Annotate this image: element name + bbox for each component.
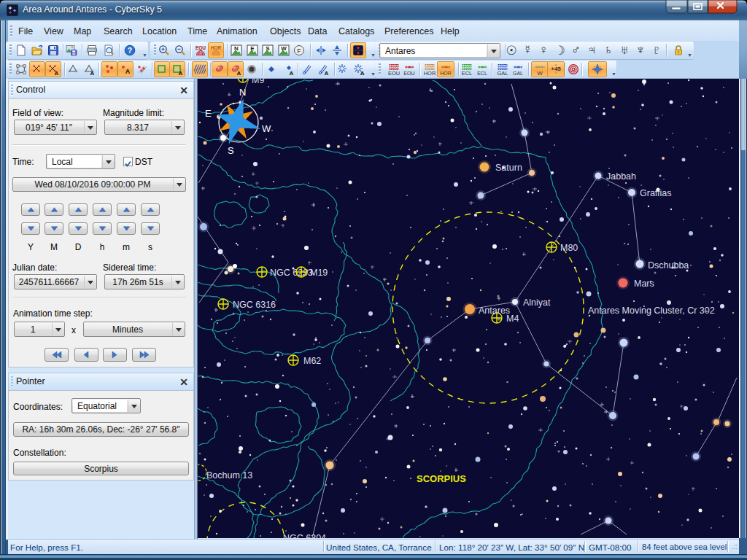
svg-text:A: A <box>179 70 183 76</box>
svg-text:E: E <box>205 108 212 119</box>
svg-text:W: W <box>281 45 287 52</box>
svg-text:Antares Moving Cluster, Cr 302: Antares Moving Cluster, Cr 302 <box>588 306 715 316</box>
svg-text:A: A <box>360 70 365 76</box>
svg-text:ECL: ECL <box>462 70 473 75</box>
svg-text:M62: M62 <box>303 356 321 366</box>
svg-text:GAL: GAL <box>513 71 523 75</box>
svg-text:S: S <box>266 45 270 52</box>
svg-text:A: A <box>55 70 59 76</box>
svg-text:HOR: HOR <box>424 70 436 75</box>
svg-text:Saturn: Saturn <box>495 163 522 173</box>
svg-text:Antares: Antares <box>479 306 510 316</box>
svg-text:HOR: HOR <box>211 45 222 50</box>
svg-text:Mars: Mars <box>634 279 654 289</box>
svg-text:Jabbah: Jabbah <box>606 171 636 182</box>
svg-text:M9: M9 <box>252 79 264 85</box>
svg-text:M19: M19 <box>310 268 328 278</box>
svg-text:EQU: EQU <box>196 45 206 51</box>
svg-text:+45: +45 <box>551 66 561 72</box>
svg-text:A: A <box>237 70 241 76</box>
svg-text:N: N <box>239 87 246 98</box>
svg-text:F: F <box>297 47 301 55</box>
svg-text:Bochum 13: Bochum 13 <box>206 470 252 481</box>
svg-text:E: E <box>250 45 255 52</box>
svg-text:NGC 6304: NGC 6304 <box>283 533 326 538</box>
svg-text:A: A <box>90 70 95 76</box>
svg-text:NGC 6316: NGC 6316 <box>233 300 276 310</box>
svg-text:W: W <box>537 70 543 76</box>
svg-text:A: A <box>290 70 294 76</box>
svg-text:A: A <box>125 68 131 75</box>
svg-text:N: N <box>234 45 239 52</box>
svg-text:M80: M80 <box>560 243 578 253</box>
svg-text:EQU: EQU <box>388 70 400 75</box>
svg-text:?: ? <box>128 46 132 55</box>
svg-text:W: W <box>262 123 271 134</box>
svg-text:SCORPIUS: SCORPIUS <box>417 473 466 484</box>
svg-text:HOR: HOR <box>440 71 452 75</box>
svg-text:ECL: ECL <box>477 71 487 75</box>
svg-text:A: A <box>325 70 329 76</box>
svg-text:EQU: EQU <box>403 71 414 75</box>
svg-text:Alniyat: Alniyat <box>523 298 551 308</box>
svg-text:Dschubba: Dschubba <box>648 260 689 271</box>
svg-text:GAL: GAL <box>497 70 508 75</box>
svg-text:S: S <box>228 145 234 156</box>
svg-text:Graffias: Graffias <box>640 188 672 198</box>
